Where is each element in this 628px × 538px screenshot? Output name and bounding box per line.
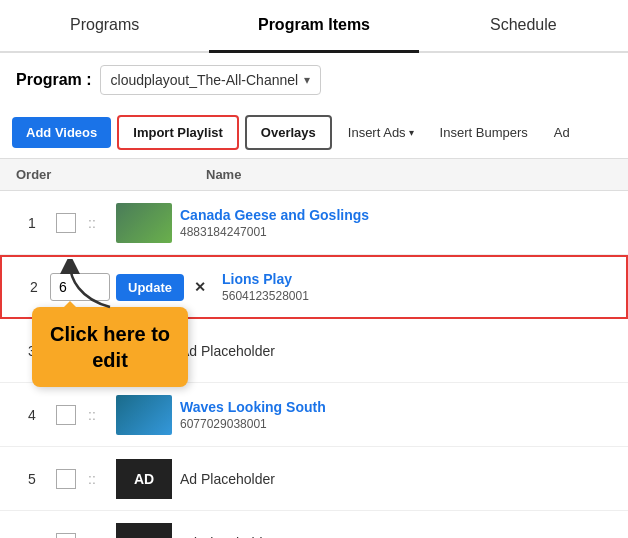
item-info: Ad Placeholder [180, 535, 612, 539]
drag-handle-icon[interactable]: :: [88, 407, 104, 423]
order-number: 5 [16, 471, 48, 487]
item-info: Canada Geese and Goslings 4883184247001 [180, 207, 612, 239]
item-subtitle: 5604123528001 [222, 289, 610, 303]
item-title: Waves Looking South [180, 399, 612, 415]
ad-thumbnail: AD [116, 523, 172, 539]
tab-program-items[interactable]: Program Items [209, 0, 418, 53]
tooltip-wrapper: Click here toedit [32, 307, 188, 387]
overlays-button[interactable]: Overlays [245, 115, 332, 150]
insert-ads-button[interactable]: Insert Ads ▾ [338, 117, 424, 148]
add-videos-button[interactable]: Add Videos [12, 117, 111, 148]
order-number: 6 [16, 535, 48, 539]
row-checkbox[interactable] [56, 405, 76, 425]
item-info: Waves Looking South 6077029038001 [180, 399, 612, 431]
item-info: Lions Play 5604123528001 [206, 271, 610, 303]
item-title: Canada Geese and Goslings [180, 207, 612, 223]
table-header: Order Name [0, 159, 628, 191]
dropdown-arrow-icon: ▾ [304, 73, 310, 87]
item-subtitle: 6077029038001 [180, 417, 612, 431]
order-number: 4 [16, 407, 48, 423]
col-name-header: Name [76, 167, 612, 182]
ad-button[interactable]: Ad [544, 117, 580, 148]
item-title: Ad Placeholder [180, 471, 612, 487]
drag-handle-icon[interactable]: :: [88, 471, 104, 487]
order-number: 2 [18, 279, 50, 295]
program-dropdown[interactable]: cloudplayout_The-All-Channel ▾ [100, 65, 322, 95]
item-info: Ad Placeholder [180, 343, 612, 359]
tab-programs[interactable]: Programs [0, 0, 209, 53]
order-number: 1 [16, 215, 48, 231]
drag-handle-icon[interactable]: :: [88, 215, 104, 231]
tab-bar: Programs Program Items Schedule [0, 0, 628, 53]
insert-ads-arrow-icon: ▾ [409, 127, 414, 138]
update-button[interactable]: Update [116, 274, 184, 301]
table-row-editing: 2 Update ✕ Lions Play 5604123528001 Clic… [0, 255, 628, 319]
item-info: Ad Placeholder [180, 471, 612, 487]
table-row: 4 :: Waves Looking South 6077029038001 [0, 383, 628, 447]
program-label: Program : [16, 71, 92, 89]
insert-bumpers-button[interactable]: Insert Bumpers [430, 117, 538, 148]
item-title: Ad Placeholder [180, 343, 612, 359]
program-row: Program : cloudplayout_The-All-Channel ▾ [0, 53, 628, 107]
row-checkbox[interactable] [56, 213, 76, 233]
tooltip-text: Click here toedit [32, 307, 188, 387]
tab-schedule[interactable]: Schedule [419, 0, 628, 53]
table-row: 1 :: Canada Geese and Goslings 488318424… [0, 191, 628, 255]
import-playlist-button[interactable]: Import Playlist [117, 115, 239, 150]
program-value: cloudplayout_The-All-Channel [111, 72, 299, 88]
col-order-header: Order [16, 167, 76, 182]
toolbar: Add Videos Import Playlist Overlays Inse… [0, 107, 628, 159]
table-row: 6 :: AD Ad Placeholder [0, 511, 628, 538]
item-title: Ad Placeholder [180, 535, 612, 539]
ad-thumbnail: AD [116, 459, 172, 499]
drag-handle-icon[interactable]: :: [88, 535, 104, 539]
video-thumbnail [116, 395, 172, 435]
row-checkbox[interactable] [56, 469, 76, 489]
close-icon[interactable]: ✕ [194, 279, 206, 295]
table-row: 5 :: AD Ad Placeholder [0, 447, 628, 511]
item-subtitle: 4883184247001 [180, 225, 612, 239]
row-checkbox[interactable] [56, 533, 76, 539]
item-title: Lions Play [222, 271, 610, 287]
video-thumbnail [116, 203, 172, 243]
